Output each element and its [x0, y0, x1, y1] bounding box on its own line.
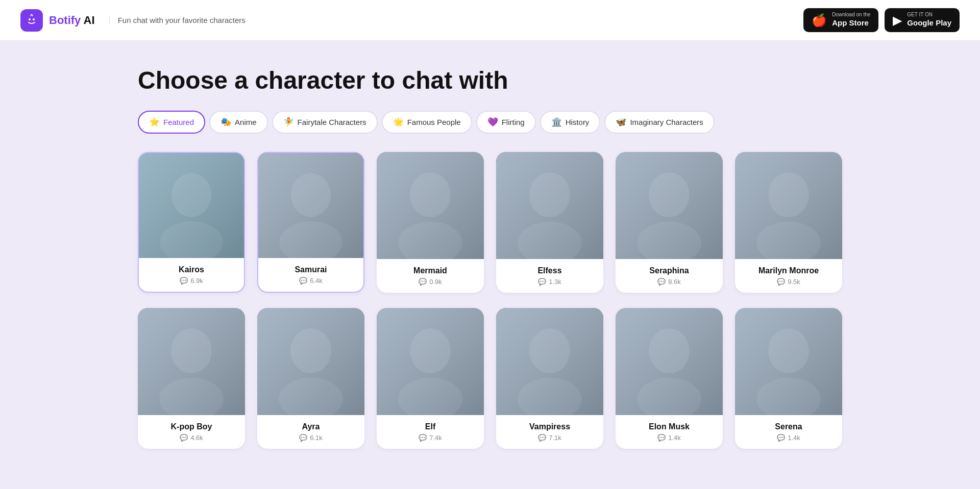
character-count: 💬 6.4k: [264, 277, 357, 285]
character-count: 💬 4.6k: [144, 434, 239, 442]
tab-fairytale[interactable]: 🧚Fairytale Characters: [272, 111, 378, 134]
character-count: 💬 1.4k: [741, 434, 836, 442]
svg-point-21: [649, 172, 690, 217]
flirting-tab-label: Flirting: [502, 118, 525, 126]
app-store-badge[interactable]: 🍎 Download on the App Store: [803, 8, 878, 32]
svg-point-9: [291, 173, 331, 217]
fairytale-tab-icon: 🧚: [283, 117, 294, 127]
google-play-icon: ▶: [893, 13, 902, 28]
chat-bubble-icon: 💬: [657, 434, 666, 442]
card-body: Ayra 💬 6.1k: [257, 415, 364, 449]
svg-point-13: [410, 172, 451, 217]
character-image: [139, 153, 244, 258]
character-card-samurai[interactable]: Samurai 💬 6.4k: [257, 152, 364, 293]
tab-history[interactable]: 🏛️History: [540, 111, 601, 134]
svg-point-2: [33, 18, 35, 20]
character-name: Serena: [741, 422, 836, 431]
svg-point-45: [649, 328, 690, 373]
featured-tab-label: Featured: [163, 118, 194, 126]
chat-bubble-icon: 💬: [538, 434, 546, 442]
header: Botify AI Fun chat with your favorite ch…: [0, 0, 980, 41]
card-grid-row1: Kairos 💬 6.9k: [138, 152, 842, 293]
logo-icon: [20, 9, 43, 32]
character-card-vampiress[interactable]: Vampiress 💬 7.1k: [496, 308, 603, 449]
app-store-sub: Download on the: [832, 12, 870, 17]
svg-point-49: [768, 328, 809, 373]
history-tab-icon: 🏛️: [551, 117, 562, 127]
imaginary-tab-label: Imaginary Characters: [630, 118, 703, 126]
chat-bubble-icon: 💬: [419, 434, 427, 442]
app-store-main: App Store: [832, 17, 870, 28]
character-name: Kairos: [145, 265, 238, 274]
card-body: Elfess 💬 1.3k: [496, 259, 603, 293]
card-body: Seraphina 💬 8.6k: [616, 259, 723, 293]
character-image: [496, 308, 603, 415]
anime-tab-icon: 🎭: [220, 117, 231, 127]
character-card-ayra[interactable]: Ayra 💬 6.1k: [257, 308, 364, 449]
character-count: 💬 0.9k: [383, 278, 478, 286]
card-body: Mermaid 💬 0.9k: [377, 259, 484, 293]
logo-area: Botify AI Fun chat with your favorite ch…: [20, 9, 246, 32]
character-card-mermaid[interactable]: Mermaid 💬 0.9k: [377, 152, 484, 293]
featured-tab-icon: ⭐: [149, 117, 160, 127]
character-card-elfess[interactable]: Elfess 💬 1.3k: [496, 152, 603, 293]
character-card-kairos[interactable]: Kairos 💬 6.9k: [138, 152, 245, 293]
google-play-badge[interactable]: ▶ GET IT ON Google Play: [885, 8, 960, 32]
svg-point-25: [768, 172, 809, 217]
tab-famous[interactable]: 🌟Famous People: [382, 111, 472, 134]
character-name: Elf: [383, 422, 478, 431]
chat-bubble-icon: 💬: [419, 278, 427, 286]
chat-bubble-icon: 💬: [777, 434, 785, 442]
google-play-sub: GET IT ON: [907, 12, 951, 17]
character-image: [616, 308, 723, 415]
character-card-elf[interactable]: Elf 💬 7.4k: [377, 308, 484, 449]
character-image: [257, 308, 364, 415]
character-count: 💬 6.1k: [263, 434, 358, 442]
character-card-serena[interactable]: Serena 💬 1.4k: [735, 308, 842, 449]
character-count: 💬 7.1k: [502, 434, 597, 442]
card-body: Serena 💬 1.4k: [735, 415, 842, 449]
character-image: [735, 308, 842, 415]
character-card-k-pop-boy[interactable]: K-pop Boy 💬 4.6k: [138, 308, 245, 449]
chat-bubble-icon: 💬: [657, 278, 666, 286]
tab-imaginary[interactable]: 🦋Imaginary Characters: [604, 111, 714, 134]
card-body: Vampiress 💬 7.1k: [496, 415, 603, 449]
imaginary-tab-icon: 🦋: [616, 117, 626, 127]
card-body: Elf 💬 7.4k: [377, 415, 484, 449]
character-image: [377, 152, 484, 259]
character-name: Ayra: [263, 422, 358, 431]
character-count: 💬 7.4k: [383, 434, 478, 442]
character-count: 💬 6.9k: [145, 277, 238, 285]
tagline: Fun chat with your favorite characters: [109, 16, 246, 24]
main-content: Choose a character to chat with ⭐Feature…: [107, 41, 873, 489]
character-count: 💬 8.6k: [622, 278, 717, 286]
character-image: [496, 152, 603, 259]
chat-bubble-icon: 💬: [538, 278, 546, 286]
fairytale-tab-label: Fairytale Characters: [298, 118, 366, 126]
character-image: [258, 153, 363, 258]
anime-tab-label: Anime: [235, 118, 257, 126]
card-body: Elon Musk 💬 1.4k: [616, 415, 723, 449]
character-name: Elon Musk: [622, 422, 717, 431]
card-grid-row2: K-pop Boy 💬 4.6k: [138, 308, 842, 449]
google-play-main: Google Play: [907, 17, 951, 28]
chat-bubble-icon: 💬: [299, 434, 307, 442]
character-card-marilyn-monroe[interactable]: Marilyn Monroe 💬 9.5k: [735, 152, 842, 293]
tab-anime[interactable]: 🎭Anime: [209, 111, 268, 134]
page-title: Choose a character to chat with: [138, 66, 842, 94]
svg-rect-0: [24, 13, 39, 28]
character-name: Elfess: [502, 266, 597, 275]
svg-point-33: [290, 328, 331, 373]
character-count: 💬 1.3k: [502, 278, 597, 286]
famous-tab-icon: 🌟: [393, 117, 404, 127]
character-card-elon-musk[interactable]: Elon Musk 💬 1.4k: [616, 308, 723, 449]
character-card-seraphina[interactable]: Seraphina 💬 8.6k: [616, 152, 723, 293]
tab-featured[interactable]: ⭐Featured: [138, 111, 205, 134]
character-name: Marilyn Monroe: [741, 266, 836, 275]
character-image: [138, 308, 245, 415]
character-name: Samurai: [264, 265, 357, 274]
character-name: Mermaid: [383, 266, 478, 275]
famous-tab-label: Famous People: [407, 118, 461, 126]
chat-bubble-icon: 💬: [777, 278, 785, 286]
tab-flirting[interactable]: 💜Flirting: [476, 111, 536, 134]
